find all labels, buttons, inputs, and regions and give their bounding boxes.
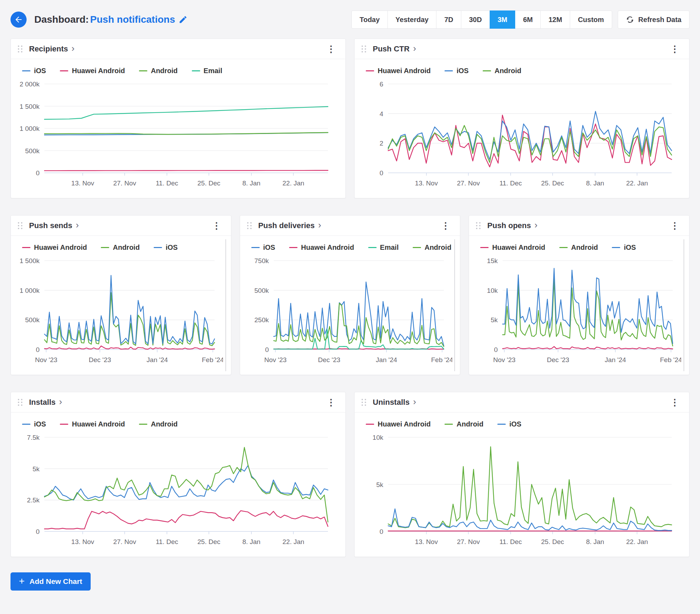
x-tick-label: Dec '23 xyxy=(547,356,569,364)
back-button[interactable] xyxy=(10,12,27,28)
legend-item-ios[interactable]: iOS xyxy=(497,420,521,428)
y-tick-label: 500k xyxy=(25,316,40,324)
chart-card-installs: Installs›⋮iOSHuawei AndroidAndroid02.5k5… xyxy=(10,392,346,557)
legend-item-android[interactable]: Android xyxy=(444,420,483,428)
card-title-link[interactable]: Push sends› xyxy=(29,221,79,230)
x-tick-label: Jan '24 xyxy=(147,356,168,364)
legend-item-huawei-android[interactable]: Huawei Android xyxy=(480,244,545,252)
y-tick-label: 0 xyxy=(36,169,40,177)
card-title-link[interactable]: Push CTR› xyxy=(373,44,416,54)
x-tick-label: Nov '23 xyxy=(35,356,57,364)
x-tick-label: 8. Jan xyxy=(242,538,260,545)
chart-card-push-deliveries: Push deliveries›⋮iOSHuawei AndroidEmailA… xyxy=(240,215,461,375)
legend-label: Email xyxy=(204,67,222,75)
legend-label: iOS xyxy=(624,244,636,252)
legend-swatch xyxy=(612,247,620,248)
chevron-right-icon: › xyxy=(413,44,416,53)
y-tick-label: 6 xyxy=(379,80,383,88)
kebab-menu-icon[interactable]: ⋮ xyxy=(209,220,224,231)
card-title: Uninstalls xyxy=(373,398,410,407)
range-button-today[interactable]: Today xyxy=(351,10,387,29)
legend-item-android[interactable]: Android xyxy=(139,67,178,75)
chevron-right-icon: › xyxy=(534,220,538,230)
legend-item-email[interactable]: Email xyxy=(368,244,399,252)
legend-item-huawei-android[interactable]: Huawei Android xyxy=(22,244,87,252)
x-tick-label: 25. Dec xyxy=(541,179,564,187)
plot-right-border xyxy=(454,239,455,371)
x-tick-label: Dec '23 xyxy=(89,356,111,364)
legend-item-android[interactable]: Android xyxy=(559,244,598,252)
add-new-chart-label: Add New Chart xyxy=(29,577,82,586)
range-button-6m[interactable]: 6M xyxy=(515,10,541,29)
drag-handle-icon[interactable] xyxy=(18,397,24,407)
line-series-android xyxy=(388,126,672,163)
legend-item-huawei-android[interactable]: Huawei Android xyxy=(366,67,430,75)
legend-item-ios[interactable]: iOS xyxy=(251,244,275,252)
legend-item-ios[interactable]: iOS xyxy=(22,67,46,75)
card-title: Push sends xyxy=(29,221,72,230)
x-tick-label: 27. Nov xyxy=(457,179,480,187)
legend-label: iOS xyxy=(456,67,468,75)
y-tick-label: 15k xyxy=(487,257,498,264)
legend-label: Huawei Android xyxy=(72,420,125,428)
legend-label: iOS xyxy=(509,420,521,428)
add-new-chart-button[interactable]: + Add New Chart xyxy=(10,572,91,591)
card-title-link[interactable]: Push deliveries› xyxy=(258,221,321,230)
drag-handle-icon[interactable] xyxy=(476,221,482,231)
refresh-label: Refresh Data xyxy=(638,16,681,24)
drag-handle-icon[interactable] xyxy=(362,397,368,407)
legend-item-android[interactable]: Android xyxy=(413,244,451,252)
legend-item-huawei-android[interactable]: Huawei Android xyxy=(289,244,354,252)
legend-swatch xyxy=(497,424,506,425)
edit-icon[interactable] xyxy=(178,15,188,24)
drag-handle-icon[interactable] xyxy=(18,44,24,54)
card-title-link[interactable]: Installs› xyxy=(29,398,62,407)
refresh-data-button[interactable]: Refresh Data xyxy=(618,10,690,29)
legend-item-huawei-android[interactable]: Huawei Android xyxy=(366,420,430,428)
card-header: Push sends›⋮ xyxy=(11,216,231,236)
range-button-custom[interactable]: Custom xyxy=(570,10,612,29)
legend-item-huawei-android[interactable]: Huawei Android xyxy=(60,420,125,428)
range-button-30d[interactable]: 30D xyxy=(461,10,490,29)
card-title-link[interactable]: Uninstalls› xyxy=(373,398,416,407)
card-title-link[interactable]: Push opens› xyxy=(487,221,537,230)
legend-item-ios[interactable]: iOS xyxy=(154,244,177,252)
kebab-menu-icon[interactable]: ⋮ xyxy=(667,397,682,408)
kebab-menu-icon[interactable]: ⋮ xyxy=(438,220,453,231)
range-button-yesterday[interactable]: Yesterday xyxy=(387,10,437,29)
legend-item-android[interactable]: Android xyxy=(483,67,522,75)
legend-item-ios[interactable]: iOS xyxy=(612,244,636,252)
kebab-menu-icon[interactable]: ⋮ xyxy=(324,397,338,408)
card-body: Huawei AndroidAndroidiOS0500k1 000k1 500… xyxy=(11,236,231,375)
line-series-ios xyxy=(503,268,673,344)
drag-handle-icon[interactable] xyxy=(362,44,368,54)
y-tick-label: 500k xyxy=(254,287,269,294)
line-series-huawei-android xyxy=(44,170,328,171)
legend-item-huawei-android[interactable]: Huawei Android xyxy=(60,67,125,75)
legend-label: Huawei Android xyxy=(34,244,87,252)
legend-item-android[interactable]: Android xyxy=(139,420,178,428)
legend-item-ios[interactable]: iOS xyxy=(22,420,46,428)
kebab-menu-icon[interactable]: ⋮ xyxy=(667,220,682,231)
y-tick-label: 0 xyxy=(265,346,269,353)
legend-item-android[interactable]: Android xyxy=(101,244,140,252)
card-title-link[interactable]: Recipients› xyxy=(29,44,75,54)
x-tick-label: 27. Nov xyxy=(113,538,136,545)
chart-card-uninstalls: Uninstalls›⋮Huawei AndroidAndroidiOS05k1… xyxy=(354,392,690,557)
legend-item-ios[interactable]: iOS xyxy=(444,67,468,75)
range-button-12m[interactable]: 12M xyxy=(540,10,570,29)
x-tick-label: 25. Dec xyxy=(197,179,220,187)
dashboard-name-link[interactable]: Push notifications xyxy=(90,14,175,25)
range-button-3m[interactable]: 3M xyxy=(490,10,516,29)
range-button-7d[interactable]: 7D xyxy=(436,10,461,29)
drag-handle-icon[interactable] xyxy=(18,221,24,231)
drag-handle-icon[interactable] xyxy=(247,221,253,231)
legend-swatch xyxy=(559,247,568,248)
x-tick-label: 11. Dec xyxy=(499,179,522,187)
line-series-huawei-android xyxy=(503,347,673,349)
kebab-menu-icon[interactable]: ⋮ xyxy=(667,44,682,54)
kebab-menu-icon[interactable]: ⋮ xyxy=(324,44,338,54)
charts-row-1: Recipients›⋮iOSHuawei AndroidAndroidEmai… xyxy=(10,38,690,198)
line-series-huawei-android xyxy=(44,346,215,349)
legend-item-email[interactable]: Email xyxy=(192,67,222,75)
